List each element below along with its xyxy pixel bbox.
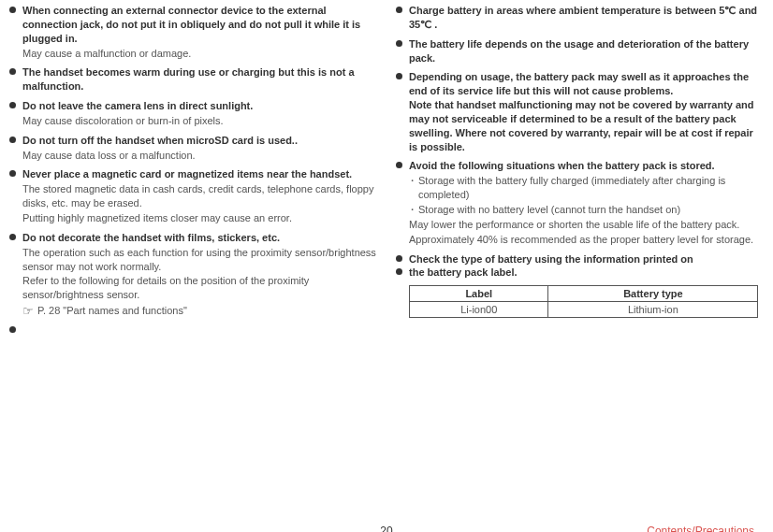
- battery-type-table: Label Battery type Li-ion00 Lithium-ion: [409, 285, 758, 318]
- item-note: May cause discoloration or burn-in of pi…: [22, 114, 377, 128]
- list-item: the battery pack label.: [396, 266, 764, 280]
- list-item: The handset becomes warm during use or c…: [9, 65, 377, 93]
- item-title: Do not decorate the handset with films, …: [22, 231, 377, 245]
- item-title: Do not turn off the handset when microSD…: [22, 134, 377, 148]
- item-title: Avoid the following situations when the …: [409, 159, 764, 173]
- list-item: Check the type of battery using the info…: [396, 252, 764, 266]
- pointer-icon: ☞: [22, 305, 34, 317]
- item-title: Charge battery in areas where ambient te…: [409, 4, 764, 32]
- reference-text: P. 28 "Part names and functions": [37, 305, 187, 316]
- item-subpoint: Storage with the battery fully charged (…: [409, 174, 764, 202]
- bullet-icon: [9, 326, 16, 333]
- bullet-icon: [396, 255, 402, 262]
- bullet-icon: [9, 68, 16, 75]
- reference-link: ☞P. 28 "Part names and functions": [22, 304, 187, 318]
- list-item: Do not turn off the handset when microSD…: [9, 134, 377, 163]
- bullet-icon: [9, 170, 16, 177]
- list-item: Do not decorate the handset with films, …: [9, 231, 377, 318]
- left-column: When connecting an external connector de…: [9, 4, 377, 324]
- item-title: When connecting an external connector de…: [22, 4, 377, 46]
- item-title: Check the type of battery using the info…: [409, 252, 764, 266]
- item-subpoint: Storage with no battery level (cannot tu…: [409, 203, 764, 217]
- item-note: Refer to the following for details on th…: [22, 274, 377, 302]
- bullet-icon: [9, 102, 16, 108]
- bullet-icon: [9, 7, 16, 13]
- table-cell: Lithium-ion: [548, 302, 758, 318]
- item-note: May lower the performance or shorten the…: [409, 218, 764, 232]
- item-note: Putting highly magnetized items closer m…: [22, 211, 377, 225]
- bullet-icon: [9, 234, 16, 240]
- right-column: Charge battery in areas where ambient te…: [396, 4, 764, 324]
- item-note: The stored magnetic data in cash cards, …: [22, 182, 377, 210]
- bullet-icon: [396, 40, 402, 47]
- item-title: Do not leave the camera lens in direct s…: [22, 99, 377, 113]
- item-note: Approximately 40% is recommended as the …: [409, 233, 764, 247]
- item-note: May cause a malfunction or damage.: [22, 47, 377, 61]
- item-title: The handset becomes warm during use or c…: [22, 65, 377, 93]
- list-item: When connecting an external connector de…: [9, 4, 377, 60]
- bullet-icon: [9, 137, 16, 143]
- item-title: the battery pack label.: [409, 266, 764, 280]
- bullet-icon: [396, 162, 402, 168]
- bullet-icon: [396, 268, 402, 275]
- section-label: Contents/Precautions: [647, 525, 754, 532]
- table-header: Label: [410, 286, 548, 302]
- item-note: May cause data loss or a malfunction.: [22, 149, 377, 163]
- list-item: Depending on usage, the battery pack may…: [396, 70, 764, 153]
- item-title: Never place a magnetic card or magnetize…: [22, 167, 377, 181]
- table-cell: Li-ion00: [410, 302, 548, 318]
- list-item: Charge battery in areas where ambient te…: [396, 4, 764, 32]
- bullet-icon: [396, 7, 402, 13]
- table-header: Battery type: [548, 286, 758, 302]
- list-item: Avoid the following situations when the …: [396, 159, 764, 246]
- item-title: The battery life depends on the usage an…: [409, 37, 764, 65]
- list-item: The battery life depends on the usage an…: [396, 37, 764, 65]
- list-item: Never place a magnetic card or magnetize…: [9, 167, 377, 224]
- item-title: Depending on usage, the battery pack may…: [409, 70, 764, 153]
- item-note: The operation such as each function for …: [22, 246, 377, 274]
- table-row: Li-ion00 Lithium-ion: [410, 302, 758, 318]
- list-item: Do not leave the camera lens in direct s…: [9, 99, 377, 128]
- page-number: 20: [380, 525, 392, 532]
- bullet-icon: [396, 73, 402, 79]
